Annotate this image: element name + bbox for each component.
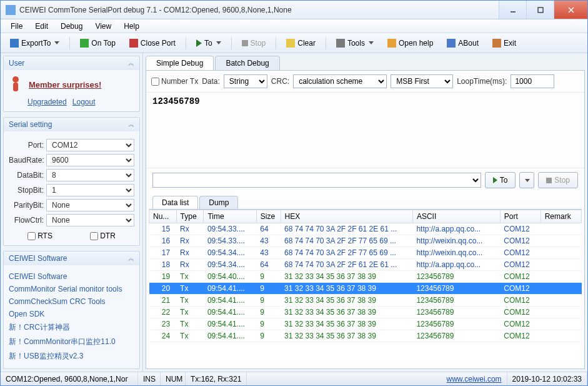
stop-label: Stop: [554, 176, 570, 185]
numbertx-checkbox[interactable]: Number Tx: [151, 77, 198, 86]
clear-label: Clear: [297, 39, 316, 48]
exit-button[interactable]: Exit: [487, 36, 522, 50]
send-to-button[interactable]: To: [485, 172, 516, 188]
to-button[interactable]: To: [191, 36, 227, 50]
collapse-icon: ︽: [128, 254, 134, 263]
table-row[interactable]: 17Rx09:54.34....4368 74 74 70 3A 2F 2F 7…: [149, 247, 582, 259]
grid-header[interactable]: Remark: [541, 210, 581, 223]
chevron-down-icon: [525, 179, 530, 182]
msb-select[interactable]: MSB First: [391, 74, 453, 88]
menu-help[interactable]: Help: [117, 21, 146, 32]
port-label: Port:: [9, 141, 46, 150]
maximize-button[interactable]: [526, 1, 554, 19]
separator: [186, 37, 186, 49]
software-link[interactable]: CommCheckSum CRC Tools: [9, 295, 134, 308]
separator: [231, 37, 232, 49]
table-row[interactable]: 18Rx09:54.34....6468 74 74 70 3A 2F 2F 6…: [149, 259, 582, 271]
upgraded-link[interactable]: Upgradeted: [27, 98, 67, 106]
separator: [326, 37, 326, 49]
table-row[interactable]: 19Tx09:54.40....931 32 33 34 35 36 37 38…: [149, 271, 582, 283]
logout-link[interactable]: Logout: [72, 98, 96, 106]
grid-header[interactable]: Time: [204, 210, 256, 223]
closeport-button[interactable]: Close Port: [124, 36, 181, 50]
table-row[interactable]: 15Rx09:54.33....6468 74 74 70 3A 2F 2F 6…: [149, 223, 582, 235]
crc-label: CRC:: [271, 77, 289, 86]
looptime-label: LoopTime(ms):: [457, 77, 507, 86]
main-area: User︽ Member surprises! Upgradeted Logou…: [1, 53, 587, 372]
menu-file[interactable]: File: [4, 21, 29, 32]
parity-select[interactable]: None: [46, 199, 134, 211]
right-panel: Simple Debug Batch Debug Number Tx Data:…: [143, 53, 587, 372]
grid-header[interactable]: HEX: [281, 210, 412, 223]
user-header[interactable]: User︽: [4, 56, 139, 70]
tab-batch-debug[interactable]: Batch Debug: [215, 56, 279, 70]
port-select[interactable]: COM12: [46, 139, 134, 151]
table-row[interactable]: 24Tx09:54.41....931 32 33 34 35 36 37 38…: [149, 330, 582, 342]
table-row[interactable]: 20Tx09:54.41....931 32 33 34 35 36 37 38…: [149, 283, 582, 295]
exit-label: Exit: [504, 39, 516, 48]
grid-header[interactable]: Type: [176, 210, 204, 223]
software-link[interactable]: 新！CommMonitor串口监控11.0: [9, 335, 134, 349]
member-link[interactable]: Member surprises!: [29, 80, 101, 89]
ontop-button[interactable]: On Top: [74, 36, 121, 50]
baud-select[interactable]: 9600: [46, 154, 134, 166]
about-label: ABout: [458, 39, 479, 48]
separator: [69, 37, 70, 49]
grid-header[interactable]: Size: [256, 210, 281, 223]
databit-select[interactable]: 8: [46, 169, 134, 181]
table-row[interactable]: 23Tx09:54.41....931 32 33 34 35 36 37 38…: [149, 318, 582, 330]
tab-dump[interactable]: Dump: [199, 196, 238, 209]
table-row[interactable]: 22Tx09:54.41....931 32 33 34 35 36 37 38…: [149, 307, 582, 318]
menu-edit[interactable]: Edit: [29, 21, 54, 32]
tab-data-list[interactable]: Data list: [152, 196, 198, 209]
dtr-checkbox[interactable]: DTR: [90, 231, 116, 240]
tab-simple-debug[interactable]: Simple Debug: [146, 56, 214, 70]
table-row[interactable]: 16Rx09:54.33....4368 74 74 70 3A 2F 2F 7…: [149, 235, 582, 247]
status-url[interactable]: www.ceiwei.com: [447, 375, 502, 383]
menu-debug[interactable]: Debug: [54, 21, 89, 32]
table-row[interactable]: 21Tx09:54.41....931 32 33 34 35 36 37 38…: [149, 295, 582, 307]
flow-select[interactable]: None: [46, 214, 134, 226]
play-icon: [493, 177, 497, 183]
openhelp-button[interactable]: Open help: [382, 36, 439, 50]
data-grid[interactable]: Nu...TypeTimeSizeHEXASCIIPortRemark 15Rx…: [149, 209, 582, 366]
data-select[interactable]: String: [224, 74, 267, 88]
stop-square-icon: [242, 40, 248, 46]
grid-header[interactable]: Port: [500, 210, 541, 223]
user-title: User: [9, 59, 24, 68]
looptime-input[interactable]: [511, 74, 554, 88]
pin-icon: [80, 39, 89, 48]
rts-checkbox[interactable]: RTS: [27, 231, 52, 240]
toolbar: ExportTo On Top Close Port To Stop Clear…: [1, 33, 587, 53]
user-section: User︽ Member surprises! Upgradeted Logou…: [3, 56, 140, 112]
grid-header[interactable]: ASCII: [412, 210, 500, 223]
openhelp-label: Open help: [399, 39, 433, 48]
stop-icon: [129, 39, 138, 48]
crc-select[interactable]: calculation scheme: [293, 74, 387, 88]
serial-title: Serial setting: [9, 120, 52, 129]
stop-icon: [546, 178, 552, 183]
tools-button[interactable]: Tools: [331, 36, 379, 50]
send-select[interactable]: [152, 173, 481, 188]
software-link[interactable]: 新！USB监控精灵v2.3: [9, 349, 134, 363]
software-header[interactable]: CEIWEI Software︽: [4, 251, 139, 265]
help-icon: [387, 39, 396, 48]
close-button[interactable]: [554, 1, 587, 19]
data-view[interactable]: 123456789: [146, 93, 584, 168]
send-stop-button[interactable]: Stop: [538, 172, 578, 188]
software-link[interactable]: 新！CRC计算神器: [9, 320, 134, 335]
window-buttons: [499, 1, 587, 19]
export-button[interactable]: ExportTo: [4, 36, 65, 50]
send-dropdown-button[interactable]: [519, 172, 534, 188]
serial-header[interactable]: Serial setting︽: [4, 118, 139, 131]
stop-button[interactable]: Stop: [236, 36, 272, 50]
clear-button[interactable]: Clear: [281, 36, 321, 50]
software-link[interactable]: CommMonitor Serial monitor tools: [9, 283, 134, 295]
minimize-button[interactable]: [499, 1, 526, 19]
menu-view[interactable]: View: [89, 21, 117, 32]
grid-header[interactable]: Nu...: [149, 210, 177, 223]
software-link[interactable]: CEIWEI Software: [9, 270, 134, 283]
software-link[interactable]: Open SDK: [9, 308, 134, 320]
stopbit-select[interactable]: 1: [46, 184, 134, 196]
about-button[interactable]: ABout: [441, 36, 484, 50]
